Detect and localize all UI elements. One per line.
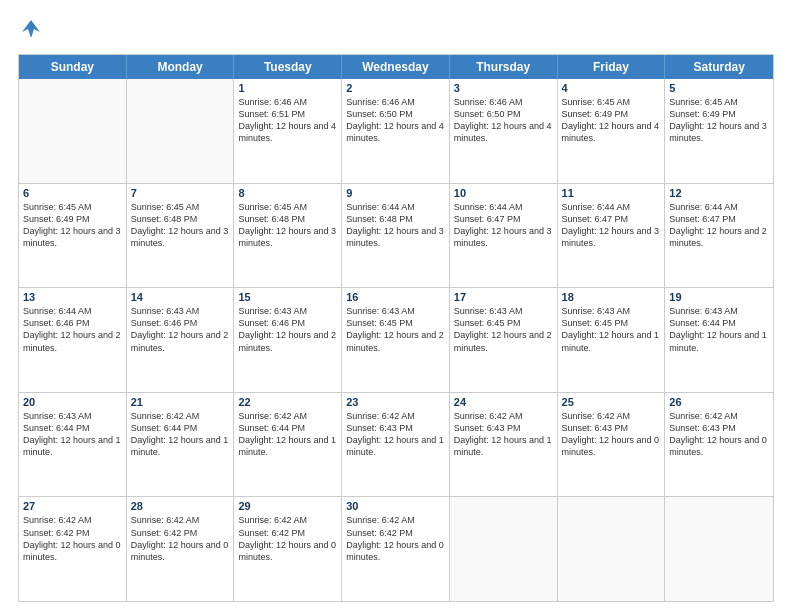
calendar-cell: 23Sunrise: 6:42 AMSunset: 6:43 PMDayligh… bbox=[342, 393, 450, 497]
cell-info: Sunrise: 6:45 AMSunset: 6:49 PMDaylight:… bbox=[23, 201, 122, 250]
calendar-header-saturday: Saturday bbox=[665, 55, 773, 79]
calendar-cell: 3Sunrise: 6:46 AMSunset: 6:50 PMDaylight… bbox=[450, 79, 558, 183]
cell-info: Sunrise: 6:43 AMSunset: 6:45 PMDaylight:… bbox=[346, 305, 445, 354]
day-number: 8 bbox=[238, 187, 337, 199]
calendar-cell: 8Sunrise: 6:45 AMSunset: 6:48 PMDaylight… bbox=[234, 184, 342, 288]
cell-info: Sunrise: 6:42 AMSunset: 6:42 PMDaylight:… bbox=[23, 514, 122, 563]
svg-marker-0 bbox=[22, 20, 40, 38]
calendar-cell: 11Sunrise: 6:44 AMSunset: 6:47 PMDayligh… bbox=[558, 184, 666, 288]
calendar-cell: 26Sunrise: 6:42 AMSunset: 6:43 PMDayligh… bbox=[665, 393, 773, 497]
cell-info: Sunrise: 6:44 AMSunset: 6:47 PMDaylight:… bbox=[454, 201, 553, 250]
day-number: 29 bbox=[238, 500, 337, 512]
day-number: 12 bbox=[669, 187, 769, 199]
calendar-cell: 1Sunrise: 6:46 AMSunset: 6:51 PMDaylight… bbox=[234, 79, 342, 183]
cell-info: Sunrise: 6:45 AMSunset: 6:48 PMDaylight:… bbox=[131, 201, 230, 250]
cell-info: Sunrise: 6:44 AMSunset: 6:48 PMDaylight:… bbox=[346, 201, 445, 250]
cell-info: Sunrise: 6:42 AMSunset: 6:43 PMDaylight:… bbox=[346, 410, 445, 459]
header bbox=[18, 18, 774, 44]
cell-info: Sunrise: 6:42 AMSunset: 6:44 PMDaylight:… bbox=[131, 410, 230, 459]
cell-info: Sunrise: 6:42 AMSunset: 6:42 PMDaylight:… bbox=[346, 514, 445, 563]
day-number: 9 bbox=[346, 187, 445, 199]
cell-info: Sunrise: 6:43 AMSunset: 6:44 PMDaylight:… bbox=[23, 410, 122, 459]
day-number: 23 bbox=[346, 396, 445, 408]
day-number: 24 bbox=[454, 396, 553, 408]
calendar-cell: 24Sunrise: 6:42 AMSunset: 6:43 PMDayligh… bbox=[450, 393, 558, 497]
calendar-cell: 27Sunrise: 6:42 AMSunset: 6:42 PMDayligh… bbox=[19, 497, 127, 601]
logo bbox=[18, 18, 42, 44]
calendar-cell: 28Sunrise: 6:42 AMSunset: 6:42 PMDayligh… bbox=[127, 497, 235, 601]
calendar-cell: 18Sunrise: 6:43 AMSunset: 6:45 PMDayligh… bbox=[558, 288, 666, 392]
calendar-cell bbox=[127, 79, 235, 183]
day-number: 1 bbox=[238, 82, 337, 94]
cell-info: Sunrise: 6:43 AMSunset: 6:45 PMDaylight:… bbox=[562, 305, 661, 354]
calendar-cell: 29Sunrise: 6:42 AMSunset: 6:42 PMDayligh… bbox=[234, 497, 342, 601]
day-number: 14 bbox=[131, 291, 230, 303]
calendar-cell: 21Sunrise: 6:42 AMSunset: 6:44 PMDayligh… bbox=[127, 393, 235, 497]
day-number: 17 bbox=[454, 291, 553, 303]
cell-info: Sunrise: 6:42 AMSunset: 6:44 PMDaylight:… bbox=[238, 410, 337, 459]
calendar-cell: 13Sunrise: 6:44 AMSunset: 6:46 PMDayligh… bbox=[19, 288, 127, 392]
cell-info: Sunrise: 6:45 AMSunset: 6:49 PMDaylight:… bbox=[562, 96, 661, 145]
day-number: 25 bbox=[562, 396, 661, 408]
calendar-cell: 7Sunrise: 6:45 AMSunset: 6:48 PMDaylight… bbox=[127, 184, 235, 288]
day-number: 13 bbox=[23, 291, 122, 303]
day-number: 2 bbox=[346, 82, 445, 94]
day-number: 16 bbox=[346, 291, 445, 303]
calendar: SundayMondayTuesdayWednesdayThursdayFrid… bbox=[18, 54, 774, 602]
day-number: 19 bbox=[669, 291, 769, 303]
cell-info: Sunrise: 6:44 AMSunset: 6:46 PMDaylight:… bbox=[23, 305, 122, 354]
day-number: 18 bbox=[562, 291, 661, 303]
day-number: 20 bbox=[23, 396, 122, 408]
logo-bird-icon bbox=[20, 18, 42, 40]
calendar-cell: 10Sunrise: 6:44 AMSunset: 6:47 PMDayligh… bbox=[450, 184, 558, 288]
calendar-cell bbox=[450, 497, 558, 601]
day-number: 30 bbox=[346, 500, 445, 512]
calendar-cell bbox=[19, 79, 127, 183]
cell-info: Sunrise: 6:42 AMSunset: 6:42 PMDaylight:… bbox=[131, 514, 230, 563]
day-number: 6 bbox=[23, 187, 122, 199]
calendar-header-wednesday: Wednesday bbox=[342, 55, 450, 79]
calendar-cell: 25Sunrise: 6:42 AMSunset: 6:43 PMDayligh… bbox=[558, 393, 666, 497]
day-number: 4 bbox=[562, 82, 661, 94]
calendar-header: SundayMondayTuesdayWednesdayThursdayFrid… bbox=[19, 55, 773, 79]
cell-info: Sunrise: 6:43 AMSunset: 6:46 PMDaylight:… bbox=[131, 305, 230, 354]
calendar-cell: 19Sunrise: 6:43 AMSunset: 6:44 PMDayligh… bbox=[665, 288, 773, 392]
cell-info: Sunrise: 6:42 AMSunset: 6:43 PMDaylight:… bbox=[454, 410, 553, 459]
calendar-cell: 17Sunrise: 6:43 AMSunset: 6:45 PMDayligh… bbox=[450, 288, 558, 392]
day-number: 3 bbox=[454, 82, 553, 94]
day-number: 27 bbox=[23, 500, 122, 512]
day-number: 5 bbox=[669, 82, 769, 94]
calendar-cell: 4Sunrise: 6:45 AMSunset: 6:49 PMDaylight… bbox=[558, 79, 666, 183]
calendar-cell bbox=[558, 497, 666, 601]
cell-info: Sunrise: 6:46 AMSunset: 6:50 PMDaylight:… bbox=[346, 96, 445, 145]
calendar-cell: 6Sunrise: 6:45 AMSunset: 6:49 PMDaylight… bbox=[19, 184, 127, 288]
day-number: 7 bbox=[131, 187, 230, 199]
cell-info: Sunrise: 6:44 AMSunset: 6:47 PMDaylight:… bbox=[669, 201, 769, 250]
cell-info: Sunrise: 6:42 AMSunset: 6:43 PMDaylight:… bbox=[562, 410, 661, 459]
calendar-cell: 14Sunrise: 6:43 AMSunset: 6:46 PMDayligh… bbox=[127, 288, 235, 392]
day-number: 22 bbox=[238, 396, 337, 408]
day-number: 11 bbox=[562, 187, 661, 199]
calendar-row-5: 27Sunrise: 6:42 AMSunset: 6:42 PMDayligh… bbox=[19, 496, 773, 601]
calendar-cell bbox=[665, 497, 773, 601]
cell-info: Sunrise: 6:46 AMSunset: 6:50 PMDaylight:… bbox=[454, 96, 553, 145]
calendar-row-1: 1Sunrise: 6:46 AMSunset: 6:51 PMDaylight… bbox=[19, 79, 773, 183]
cell-info: Sunrise: 6:42 AMSunset: 6:42 PMDaylight:… bbox=[238, 514, 337, 563]
calendar-header-sunday: Sunday bbox=[19, 55, 127, 79]
day-number: 10 bbox=[454, 187, 553, 199]
calendar-header-monday: Monday bbox=[127, 55, 235, 79]
calendar-body: 1Sunrise: 6:46 AMSunset: 6:51 PMDaylight… bbox=[19, 79, 773, 601]
calendar-cell: 22Sunrise: 6:42 AMSunset: 6:44 PMDayligh… bbox=[234, 393, 342, 497]
day-number: 15 bbox=[238, 291, 337, 303]
day-number: 21 bbox=[131, 396, 230, 408]
cell-info: Sunrise: 6:44 AMSunset: 6:47 PMDaylight:… bbox=[562, 201, 661, 250]
calendar-header-tuesday: Tuesday bbox=[234, 55, 342, 79]
day-number: 28 bbox=[131, 500, 230, 512]
calendar-header-friday: Friday bbox=[558, 55, 666, 79]
cell-info: Sunrise: 6:45 AMSunset: 6:49 PMDaylight:… bbox=[669, 96, 769, 145]
cell-info: Sunrise: 6:43 AMSunset: 6:44 PMDaylight:… bbox=[669, 305, 769, 354]
calendar-cell: 2Sunrise: 6:46 AMSunset: 6:50 PMDaylight… bbox=[342, 79, 450, 183]
calendar-cell: 12Sunrise: 6:44 AMSunset: 6:47 PMDayligh… bbox=[665, 184, 773, 288]
cell-info: Sunrise: 6:45 AMSunset: 6:48 PMDaylight:… bbox=[238, 201, 337, 250]
calendar-cell: 20Sunrise: 6:43 AMSunset: 6:44 PMDayligh… bbox=[19, 393, 127, 497]
